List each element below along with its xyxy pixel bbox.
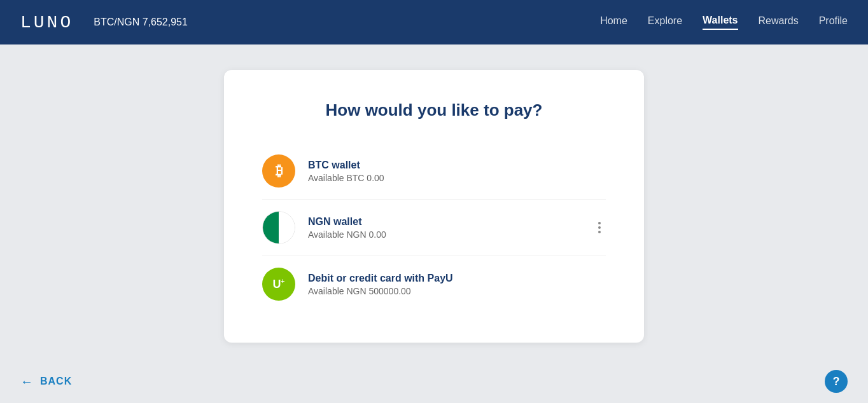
payment-options-list: ₿ BTC wallet Available BTC 0.00 NGN wall… — [262, 143, 606, 312]
ngn-more-icon[interactable] — [593, 217, 606, 238]
btc-wallet-name: BTC wallet — [308, 160, 606, 171]
logo[interactable]: LUNO — [20, 13, 73, 32]
payu-available: Available NGN 500000.00 — [308, 286, 606, 296]
payu-option[interactable]: U+ Debit or credit card with PayU Availa… — [262, 256, 606, 312]
logo-text: LUNO — [20, 13, 73, 32]
more-dot-1 — [598, 222, 601, 224]
main-content: How would you like to pay? ₿ BTC wallet … — [0, 44, 868, 360]
btc-icon: ₿ — [262, 154, 295, 188]
back-label: BACK — [40, 376, 72, 387]
navbar: LUNO BTC/NGN 7,652,951 Home Explore Wall… — [0, 0, 868, 44]
payment-card: How would you like to pay? ₿ BTC wallet … — [224, 70, 644, 343]
nav-rewards[interactable]: Rewards — [759, 15, 799, 29]
ngn-wallet-available: Available NGN 0.00 — [308, 229, 593, 240]
help-button[interactable]: ? — [825, 370, 848, 393]
payu-symbol: U+ — [273, 278, 285, 291]
btc-info: BTC wallet Available BTC 0.00 — [308, 160, 606, 183]
price-tag: BTC/NGN 7,652,951 — [94, 17, 188, 28]
ngn-info: NGN wallet Available NGN 0.00 — [308, 216, 593, 240]
help-icon: ? — [833, 375, 840, 388]
nav-profile[interactable]: Profile — [819, 15, 848, 29]
back-button[interactable]: ← BACK — [20, 374, 72, 389]
more-dot-3 — [598, 231, 601, 233]
ngn-flag — [262, 211, 295, 244]
ngn-flag-white — [279, 212, 295, 243]
more-dot-2 — [598, 226, 601, 229]
back-arrow-icon: ← — [20, 374, 34, 389]
ngn-icon — [262, 211, 295, 244]
nav-wallets[interactable]: Wallets — [703, 15, 738, 30]
payu-info: Debit or credit card with PayU Available… — [308, 273, 606, 296]
ngn-wallet-name: NGN wallet — [308, 216, 593, 228]
ngn-wallet-option[interactable]: NGN wallet Available NGN 0.00 — [262, 200, 606, 256]
payu-icon: U+ — [262, 268, 295, 301]
navbar-left: LUNO BTC/NGN 7,652,951 — [20, 13, 188, 32]
nav-home[interactable]: Home — [600, 15, 627, 29]
btc-symbol: ₿ — [276, 163, 283, 179]
footer: ← BACK ? — [0, 360, 868, 403]
payu-name: Debit or credit card with PayU — [308, 273, 606, 284]
nav-explore[interactable]: Explore — [648, 15, 682, 29]
btc-wallet-available: Available BTC 0.00 — [308, 173, 606, 183]
ngn-flag-green — [263, 212, 279, 243]
card-title: How would you like to pay? — [262, 100, 606, 120]
btc-wallet-option[interactable]: ₿ BTC wallet Available BTC 0.00 — [262, 143, 606, 200]
navbar-right: Home Explore Wallets Rewards Profile — [600, 15, 848, 30]
